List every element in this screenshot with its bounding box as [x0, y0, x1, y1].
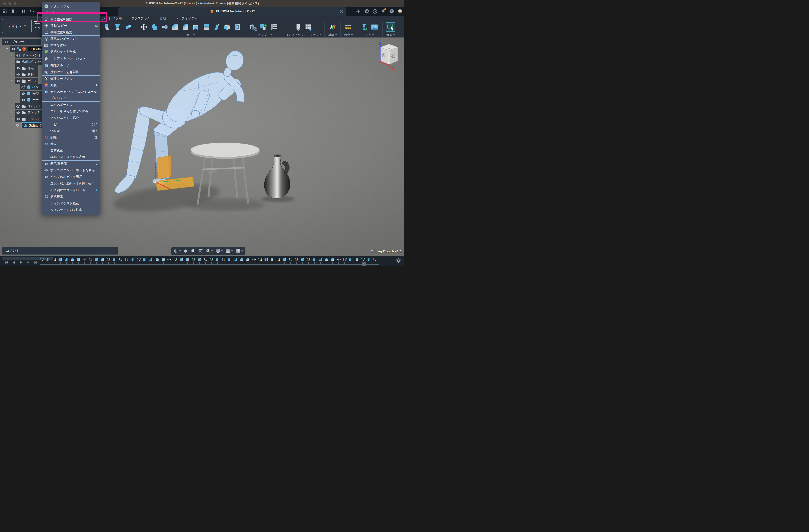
menu-item-save-as-mesh[interactable]: メッシュとして保存	[41, 114, 100, 121]
menu-item-export[interactable]: エクスポート...	[41, 102, 100, 108]
timeline-feature-extrude[interactable]	[57, 258, 63, 264]
chevron-down-icon[interactable]	[5, 48, 10, 50]
mod-chamfer-icon[interactable]	[181, 22, 190, 32]
visibility-eye-icon[interactable]	[16, 104, 20, 109]
undo-button[interactable]	[30, 9, 37, 14]
timeline-feature-fillet[interactable]	[100, 258, 106, 264]
group-label-insert[interactable]: 挿入	[365, 33, 374, 37]
menu-item-show-detailed-controls[interactable]: 詳細コントロールを表示	[41, 154, 100, 160]
menu-item-edit-initial-position[interactable]: 初期位置を編集	[41, 29, 100, 36]
help-button[interactable]: ?	[389, 9, 394, 14]
timeline-feature-extrude[interactable]	[130, 258, 136, 264]
new-tab-button[interactable]	[356, 9, 361, 14]
timeline-feature-sketch[interactable]	[275, 258, 281, 264]
create-sketch-icon[interactable]	[35, 22, 41, 29]
menu-item-create-selection-set[interactable]: 選択セットを作成	[41, 49, 100, 55]
visibility-eye-icon[interactable]	[16, 79, 20, 83]
menu-item-configuration[interactable]: コンフィギュレーション	[41, 55, 100, 62]
chevron-right-icon[interactable]	[11, 73, 15, 76]
playback-skip-end-button[interactable]	[34, 261, 37, 264]
ribbon-tab-1[interactable]: プラスチック	[131, 16, 151, 21]
document-tab[interactable]: FUISON for Interior2 v2*	[118, 7, 346, 16]
timeline-feature-extrude[interactable]	[281, 258, 287, 264]
menu-item-find-in-window[interactable]: ウィンドウ内を検索	[41, 200, 100, 207]
timeline-feature-sketch[interactable]	[208, 258, 214, 264]
construct-planes-icon[interactable]	[328, 22, 337, 32]
account-avatar[interactable]	[397, 9, 402, 14]
menu-item-isolate[interactable]: 選択表示	[41, 194, 100, 200]
menu-item-show-all-components[interactable]: すべてのコンポーネントを表示	[41, 167, 100, 174]
workspace-selector[interactable]: デザイン	[2, 19, 32, 33]
timeline-feature-sketch[interactable]	[39, 258, 45, 264]
inspect-measure-icon[interactable]	[344, 22, 353, 32]
group-label-assembly[interactable]: アセンブリ	[255, 33, 273, 37]
timeline-feature-sketch[interactable]	[172, 258, 178, 264]
browser-panel-header[interactable]: ブラウザ	[2, 39, 41, 45]
menu-item-properties[interactable]: プロパティ	[41, 95, 100, 101]
group-label-construct[interactable]: 構築	[328, 33, 337, 37]
ribbon-tab-3[interactable]: ユーティリティ	[175, 16, 197, 21]
timeline-feature-sketch[interactable]	[190, 258, 196, 264]
mod-shell-icon[interactable]	[191, 22, 201, 32]
timeline-feature-chamfer[interactable]	[154, 258, 160, 264]
file-menu-button[interactable]	[11, 9, 18, 14]
playback-step-forward-button[interactable]	[27, 261, 30, 264]
timeline-feature-move[interactable]	[251, 258, 257, 264]
job-status-button[interactable]	[373, 9, 377, 14]
analysis-folder[interactable]: 解析	[15, 71, 38, 77]
timeline-feature-extrude[interactable]	[263, 258, 269, 264]
mod-box-icon[interactable]	[222, 22, 231, 32]
bodies-folder[interactable]: ボディ	[15, 78, 38, 84]
timeline-feature-sketch[interactable]	[221, 258, 227, 264]
timeline-feature-sketch[interactable]	[342, 258, 348, 264]
menu-item-pin[interactable]: ピン	[41, 10, 100, 16]
timeline-feature-fillet[interactable]	[354, 258, 360, 264]
menu-item-find-in-timeline[interactable]: タイムライン内を検索	[41, 207, 100, 213]
timeline-feature-combine[interactable]	[63, 258, 69, 264]
timeline-feature-chamfer[interactable]	[239, 258, 245, 264]
display-settings-button[interactable]	[216, 249, 223, 253]
timeline-feature-extrude[interactable]	[311, 258, 317, 264]
timeline-feature-fillet[interactable]	[184, 258, 190, 264]
timeline-feature-combine[interactable]	[233, 258, 239, 264]
visibility-eye-icon[interactable]	[15, 123, 20, 127]
sm-cone-icon[interactable]	[113, 22, 122, 32]
menu-item-enable-contact-sets[interactable]: 接触セットを有効化	[41, 69, 100, 75]
chevron-right-icon[interactable]	[11, 54, 15, 57]
timeline-feature-pattern[interactable]	[372, 258, 378, 264]
playback-step-back-button[interactable]	[12, 261, 16, 264]
visibility-eye-icon[interactable]	[16, 72, 20, 77]
timeline-feature-extrude[interactable]	[93, 258, 100, 264]
group-label-configuration[interactable]: コンフィギュレーション	[285, 33, 321, 37]
timeline-feature-move[interactable]	[81, 258, 87, 264]
asm-bom-icon[interactable]	[269, 22, 279, 32]
timeline-feature-extrude[interactable]	[227, 258, 233, 264]
visibility-eye-icon[interactable]	[21, 85, 25, 89]
timeline-feature-move[interactable]	[166, 258, 172, 264]
timeline-feature-sketch[interactable]	[124, 258, 130, 264]
notifications-button[interactable]	[381, 9, 386, 14]
viewcube[interactable]: Z X 上 前 右	[376, 40, 403, 71]
visibility-eye-icon[interactable]	[11, 47, 16, 51]
look-at-button[interactable]	[184, 249, 188, 253]
timeline-feature-fillet[interactable]	[245, 258, 251, 264]
timeline-feature-pattern[interactable]	[287, 258, 293, 264]
timeline-feature-extrude[interactable]	[215, 258, 221, 264]
orbit-button[interactable]	[173, 249, 181, 253]
app-grid-button[interactable]	[3, 9, 7, 14]
visibility-eye-icon[interactable]	[16, 117, 20, 121]
timeline-feature-sketch[interactable]	[293, 258, 299, 264]
chevron-right-icon[interactable]	[11, 118, 15, 121]
timeline-feature-fillet[interactable]	[269, 258, 275, 264]
viewcube-top-face[interactable]: 上	[387, 45, 391, 49]
menu-item-remove[interactable]: 除去	[41, 141, 100, 147]
chevron-right-icon[interactable]	[11, 67, 15, 70]
menu-item-move-copy[interactable]: 移動/コピーM	[41, 23, 100, 29]
move-icon[interactable]	[139, 22, 149, 32]
timeline-feature-pattern[interactable]	[203, 258, 208, 264]
timeline-feature-sketch[interactable]	[87, 258, 93, 264]
grid-button[interactable]	[226, 249, 233, 253]
menu-item-new-component[interactable]: 新規コンポーネント	[41, 36, 100, 42]
timeline-feature-extrude[interactable]	[348, 258, 354, 264]
group-label-modify[interactable]: 修正	[186, 33, 195, 37]
